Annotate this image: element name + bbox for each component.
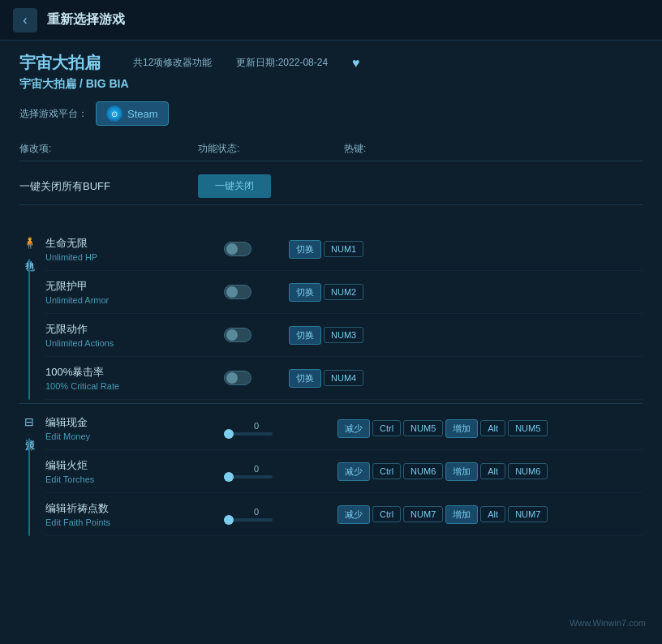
game-title: 宇宙大拍扁 <box>19 52 101 74</box>
header: ‹ 重新选择游戏 <box>0 0 662 41</box>
modifier-name-crit: 100%暴击率 100% Critical Rate <box>45 365 224 391</box>
back-button[interactable]: ‹ <box>13 8 37 32</box>
hotkey-num7-faith: NUM7 <box>403 506 443 522</box>
hotkey-group-hp: 切换 NUM1 <box>289 240 643 259</box>
special-row: 一键关闭所有BUFF 一键关闭 <box>19 168 643 205</box>
table-row: 编辑火炬 Edit Torches 0 减少 Ctrl NUM6 增加 A <box>45 450 643 493</box>
character-section: 🧍 角色 生命无限 Unlimited HP 切换 NUM1 <box>19 228 643 400</box>
resources-bar <box>28 438 30 536</box>
toggle-armor[interactable] <box>224 285 251 299</box>
platform-label: 选择游戏平台： <box>19 107 88 121</box>
hotkey-decrease-faith[interactable]: 减少 <box>337 505 370 524</box>
hotkey-switch-armor[interactable]: 切换 <box>289 283 321 302</box>
toggle-actions[interactable] <box>224 328 251 342</box>
slider-track-faith[interactable] <box>224 518 273 522</box>
table-row: 编辑祈祷点数 Edit Faith Points 0 减少 Ctrl NUM7 … <box>45 493 643 536</box>
table-headers: 修改项: 功能状态: 热键: <box>19 139 643 161</box>
watermark-text: Www.Winwin7.com <box>570 618 646 628</box>
hotkey-num5-money: NUM5 <box>403 420 443 436</box>
slider-track-torches[interactable] <box>224 475 273 479</box>
modifier-name-torches: 编辑火炬 Edit Torches <box>45 458 224 484</box>
resources-section: ⊟ 资源 编辑现金 Edit Money 0 <box>19 407 643 536</box>
character-bar <box>28 259 30 400</box>
hotkey-group-torches: 减少 Ctrl NUM6 增加 Alt NUM6 <box>337 462 643 481</box>
slider-track-money[interactable] <box>224 432 273 436</box>
hotkey-alt-faith: Alt <box>480 506 505 522</box>
hotkey-num6-torches: NUM6 <box>403 463 443 479</box>
steam-label: Steam <box>127 108 158 120</box>
hotkey-ctrl-money: Ctrl <box>372 420 401 436</box>
slider-thumb-money[interactable] <box>224 429 234 439</box>
close-all-button[interactable]: 一键关闭 <box>198 174 271 198</box>
toggle-crit[interactable] <box>224 371 251 385</box>
hotkey-num4-crit: NUM4 <box>324 370 363 386</box>
modifier-name-armor: 无限护甲 Unlimited Armor <box>45 279 224 305</box>
toggle-knob-actions <box>226 329 238 341</box>
slider-faith[interactable]: 0 <box>224 507 289 522</box>
table-row: 编辑现金 Edit Money 0 减少 Ctrl NUM5 增加 Alt <box>45 407 643 450</box>
modifier-name-actions: 无限动作 Unlimited Actions <box>45 322 224 348</box>
slider-value-torches: 0 <box>224 464 289 474</box>
hotkey-switch-hp[interactable]: 切换 <box>289 240 321 259</box>
hotkey-decrease-torches[interactable]: 减少 <box>337 462 370 481</box>
table-row: 无限护甲 Unlimited Armor 切换 NUM2 <box>45 271 643 314</box>
hotkey-group-faith: 减少 Ctrl NUM7 增加 Alt NUM7 <box>337 505 643 524</box>
hotkey-increase-torches[interactable]: 增加 <box>445 462 478 481</box>
top-section: 宇宙大拍扁 共12项修改器功能 更新日期:2022-08-24 ♥ 宇宙大拍扁 … <box>0 41 662 205</box>
hotkey-alt-torches: Alt <box>480 463 505 479</box>
resources-icon: ⊟ <box>24 415 34 428</box>
hotkey-alt-money: Alt <box>480 420 505 436</box>
hotkey-num3-actions: NUM3 <box>324 327 363 343</box>
hotkey-ctrl-torches: Ctrl <box>372 463 401 479</box>
modifier-name-money: 编辑现金 Edit Money <box>45 415 224 441</box>
toggle-knob-armor <box>226 286 238 298</box>
resources-label: 资源 <box>23 431 37 435</box>
hotkey-num5alt-money: NUM5 <box>508 420 548 436</box>
toggle-knob-crit <box>226 372 238 384</box>
game-info-row: 宇宙大拍扁 共12项修改器功能 更新日期:2022-08-24 ♥ <box>19 52 643 74</box>
close-all-label: 一键关闭所有BUFF <box>19 179 198 194</box>
toggle-hp[interactable] <box>224 242 251 256</box>
hotkey-increase-money[interactable]: 增加 <box>445 419 478 438</box>
toggle-knob-hp <box>226 243 238 255</box>
slider-torches[interactable]: 0 <box>224 464 289 479</box>
hotkey-num6alt-torches: NUM6 <box>508 463 548 479</box>
slider-money[interactable]: 0 <box>224 421 289 436</box>
resources-items: 编辑现金 Edit Money 0 减少 Ctrl NUM5 增加 Alt <box>45 407 643 536</box>
col-header-status: 功能状态: <box>198 142 344 156</box>
character-sidebar: 🧍 角色 <box>19 228 39 400</box>
hotkey-switch-actions[interactable]: 切换 <box>289 326 321 345</box>
character-icon: 🧍 <box>23 236 37 249</box>
section-divider <box>19 403 643 404</box>
table-row: 生命无限 Unlimited HP 切换 NUM1 <box>45 228 643 271</box>
platform-row: 选择游戏平台： ⊙ Steam <box>19 101 643 126</box>
slider-thumb-faith[interactable] <box>224 515 234 525</box>
modifier-count: 共12项修改器功能 <box>133 56 212 70</box>
col-header-modifier: 修改项: <box>19 142 198 156</box>
hotkey-ctrl-faith: Ctrl <box>372 506 401 522</box>
hotkey-switch-crit[interactable]: 切换 <box>289 369 321 388</box>
hotkey-decrease-money[interactable]: 减少 <box>337 419 370 438</box>
hotkey-group-actions: 切换 NUM3 <box>289 326 643 345</box>
hotkey-increase-faith[interactable]: 增加 <box>445 505 478 524</box>
hotkey-num7alt-faith: NUM7 <box>508 506 548 522</box>
watermark: Www.Winwin7.com <box>570 618 646 628</box>
update-date: 更新日期:2022-08-24 <box>236 56 328 70</box>
col-header-hotkey: 热键: <box>344 142 643 156</box>
hotkey-num1-hp: NUM1 <box>324 241 363 257</box>
favorite-icon[interactable]: ♥ <box>352 56 360 71</box>
game-subtitle: 宇宙大拍扁 / BIG BIA <box>19 77 643 92</box>
character-label: 角色 <box>23 252 37 255</box>
hotkey-num2-armor: NUM2 <box>324 284 363 300</box>
modifier-name-faith: 编辑祈祷点数 Edit Faith Points <box>45 501 224 527</box>
steam-button[interactable]: ⊙ Steam <box>96 101 169 126</box>
hotkey-group-crit: 切换 NUM4 <box>289 369 643 388</box>
modifier-name-hp: 生命无限 Unlimited HP <box>45 236 224 262</box>
table-row: 无限动作 Unlimited Actions 切换 NUM3 <box>45 314 643 357</box>
page-title: 重新选择游戏 <box>47 11 125 28</box>
steam-logo-icon: ⊙ <box>106 105 123 122</box>
slider-value-faith: 0 <box>224 507 289 517</box>
character-items: 生命无限 Unlimited HP 切换 NUM1 无限护甲 Unlimited… <box>45 228 643 400</box>
slider-thumb-torches[interactable] <box>224 472 234 482</box>
resources-sidebar: ⊟ 资源 <box>19 407 39 536</box>
